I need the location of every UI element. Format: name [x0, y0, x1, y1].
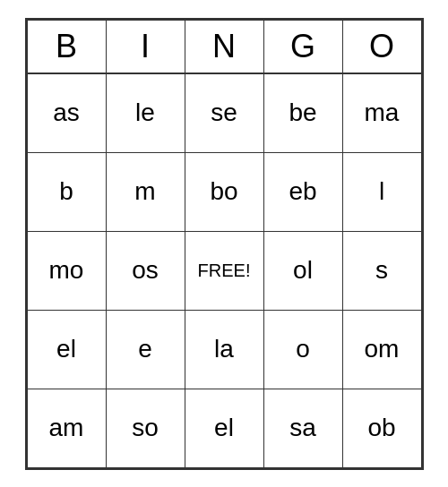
- cell-r4-c2: el: [185, 389, 263, 467]
- cell-r4-c1: so: [106, 389, 185, 467]
- table-row: aslesebema: [27, 73, 421, 152]
- header-col-o: O: [342, 20, 421, 73]
- cell-r0-c4: ma: [342, 73, 421, 152]
- table-row: moosFREE!ols: [27, 231, 421, 310]
- table-row: elelaoom: [27, 310, 421, 389]
- cell-r1-c0: b: [27, 152, 106, 231]
- bingo-table: BINGO aslesebemabmboeblmoosFREE!olselela…: [27, 20, 422, 468]
- cell-r1-c1: m: [106, 152, 185, 231]
- bingo-body: aslesebemabmboeblmoosFREE!olselelaoomams…: [27, 73, 421, 467]
- cell-r4-c4: ob: [342, 389, 421, 467]
- cell-r1-c3: eb: [263, 152, 342, 231]
- cell-r0-c2: se: [185, 73, 263, 152]
- cell-r4-c3: sa: [263, 389, 342, 467]
- table-row: bmboebl: [27, 152, 421, 231]
- header-col-i: I: [106, 20, 185, 73]
- cell-r2-c3: ol: [263, 231, 342, 310]
- table-row: amsoelsaob: [27, 389, 421, 467]
- cell-r1-c4: l: [342, 152, 421, 231]
- cell-r0-c0: as: [27, 73, 106, 152]
- cell-r4-c0: am: [27, 389, 106, 467]
- header-col-n: N: [185, 20, 263, 73]
- cell-r0-c1: le: [106, 73, 185, 152]
- header-row: BINGO: [27, 20, 421, 73]
- cell-r3-c1: e: [106, 310, 185, 389]
- header-col-b: B: [27, 20, 106, 73]
- cell-r2-c1: os: [106, 231, 185, 310]
- cell-r2-c0: mo: [27, 231, 106, 310]
- cell-r2-c2: FREE!: [185, 231, 263, 310]
- cell-r3-c2: la: [185, 310, 263, 389]
- cell-r3-c4: om: [342, 310, 421, 389]
- cell-r3-c3: o: [263, 310, 342, 389]
- cell-r2-c4: s: [342, 231, 421, 310]
- cell-r3-c0: el: [27, 310, 106, 389]
- cell-r0-c3: be: [263, 73, 342, 152]
- cell-r1-c2: bo: [185, 152, 263, 231]
- header-col-g: G: [263, 20, 342, 73]
- bingo-card: BINGO aslesebemabmboeblmoosFREE!olselela…: [25, 18, 424, 470]
